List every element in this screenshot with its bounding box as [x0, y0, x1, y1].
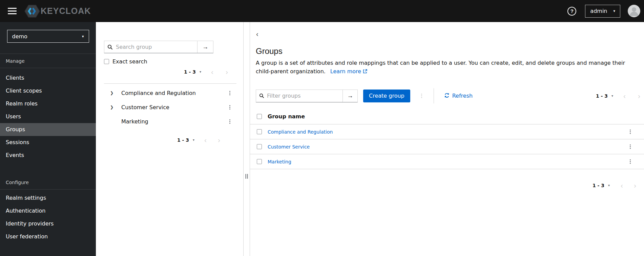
search-submit-button[interactable]: → — [197, 41, 213, 53]
filter-submit-button[interactable]: → — [342, 90, 357, 102]
pagination-range: 1 - 3 — [593, 183, 604, 188]
expand-chevron-icon[interactable]: ❯ — [109, 105, 114, 110]
realm-name: demo — [12, 33, 27, 40]
exact-search-label[interactable]: Exact search — [112, 58, 147, 65]
sidebar-item-users[interactable]: Users — [0, 110, 96, 123]
pagination-prev-button[interactable]: ‹ — [204, 136, 207, 143]
pagination-range-dropdown[interactable]: 1 - 3 ▾ — [593, 183, 610, 188]
pagination-next-button[interactable]: › — [226, 68, 228, 75]
user-menu-dropdown[interactable]: admin ▾ — [585, 5, 620, 18]
pagination-range: 1 - 3 — [596, 93, 608, 99]
group-tree-label[interactable]: Marketing — [121, 118, 148, 125]
group-tree-label[interactable]: Customer Service — [121, 104, 169, 111]
sidebar-item-authentication[interactable]: Authentication — [0, 204, 96, 217]
sidebar-item-identity-providers[interactable]: Identity providers — [0, 217, 96, 230]
external-link-icon — [363, 67, 367, 76]
refresh-icon — [444, 93, 450, 99]
avatar[interactable] — [628, 5, 640, 17]
pagination-range: 1 - 3 — [177, 137, 189, 143]
collapse-drawer-icon[interactable]: ‹ — [255, 31, 260, 37]
pagination-next-button[interactable]: › — [634, 182, 636, 189]
row-checkbox[interactable] — [257, 144, 262, 149]
table-pagination-bottom: 1 - 3 ▾ ‹ › — [250, 182, 636, 189]
expand-chevron-icon[interactable]: ❯ — [109, 91, 114, 95]
keycloak-logo-icon — [24, 4, 40, 18]
chevron-down-icon: ▾ — [611, 94, 613, 98]
table-header-row: Group name — [250, 109, 644, 124]
group-link[interactable]: Marketing — [268, 159, 291, 164]
row-kebab-menu-icon[interactable] — [628, 158, 633, 165]
learn-more-link[interactable]: Learn more — [330, 68, 367, 75]
brand-title: KEYCLOAK — [41, 6, 91, 16]
pagination-prev-button[interactable]: ‹ — [211, 68, 213, 75]
pagination-next-button[interactable]: › — [638, 92, 640, 99]
sidebar-nav: demo ▾ Manage Clients Client scopes Real… — [0, 22, 96, 256]
username: admin — [590, 8, 607, 14]
table-row: Marketing — [250, 154, 644, 169]
search-group-input[interactable] — [116, 41, 197, 53]
divider — [434, 88, 434, 103]
pagination-range-dropdown[interactable]: 1 - 3 ▾ — [596, 93, 613, 99]
panel-resize-handle[interactable] — [243, 22, 250, 256]
row-kebab-menu-icon[interactable] — [628, 128, 633, 135]
sidebar-item-events[interactable]: Events — [0, 149, 96, 162]
pagination-prev-button[interactable]: ‹ — [623, 92, 626, 99]
column-header-group-name: Group name — [268, 113, 305, 120]
help-icon[interactable]: ? — [567, 7, 576, 16]
tree-item: ❯ Compliance and Regulation — [96, 86, 243, 100]
row-checkbox[interactable] — [257, 159, 262, 164]
groups-table: Group name Compliance and Regulation Cus… — [250, 109, 644, 169]
toolbar-kebab-menu-icon[interactable] — [419, 92, 424, 99]
pagination-range-dropdown[interactable]: 1 - 3 ▾ — [184, 69, 201, 75]
filter-groups-input[interactable] — [267, 90, 342, 102]
group-link[interactable]: Compliance and Regulation — [268, 129, 333, 135]
keycloak-logo: KEYCLOAK — [24, 4, 91, 18]
groups-toolbar: → Create group Refresh 1 - 3 ▾ ‹ › — [250, 88, 644, 103]
kebab-menu-icon[interactable] — [227, 118, 232, 125]
sidebar-item-realm-roles[interactable]: Realm roles — [0, 97, 96, 110]
create-group-button[interactable]: Create group — [363, 90, 410, 102]
group-search-bar: → — [104, 41, 213, 53]
sidebar-item-client-scopes[interactable]: Client scopes — [0, 84, 96, 97]
exact-search-row: Exact search — [104, 58, 243, 65]
pagination-prev-button[interactable]: ‹ — [621, 182, 623, 189]
page-header: Groups A group is a set of attributes an… — [250, 38, 644, 76]
sidebar-item-groups[interactable]: Groups — [0, 123, 96, 136]
chevron-down-icon: ▾ — [193, 138, 194, 142]
arrow-right-icon: → — [202, 43, 208, 50]
search-icon — [104, 41, 116, 53]
sidebar-item-user-federation[interactable]: User federation — [0, 230, 96, 243]
tree-item: ❯ Customer Service — [96, 100, 243, 114]
pagination-range-dropdown[interactable]: 1 - 3 ▾ — [177, 137, 194, 143]
refresh-button[interactable]: Refresh — [444, 93, 473, 99]
filter-groups-bar: → — [256, 90, 358, 102]
row-kebab-menu-icon[interactable] — [628, 143, 633, 150]
sidebar-item-clients[interactable]: Clients — [0, 72, 96, 84]
drag-grip-icon[interactable] — [246, 174, 248, 179]
nav-group-configure: Realm settings Authentication Identity p… — [0, 190, 96, 243]
kebab-menu-icon[interactable] — [227, 90, 232, 97]
pagination-next-button[interactable]: › — [218, 136, 220, 143]
chevron-down-icon: ▾ — [608, 183, 610, 187]
chevron-down-icon: ▾ — [82, 34, 84, 39]
sidebar-item-sessions[interactable]: Sessions — [0, 136, 96, 149]
group-tree: ❯ Compliance and Regulation ❯ Customer S… — [96, 86, 243, 129]
tree-pagination-top: 1 - 3 ▾ ‹ › — [96, 68, 228, 75]
tree-pagination-bottom: 1 - 3 ▾ ‹ › — [96, 136, 220, 143]
chevron-down-icon: ▾ — [200, 70, 201, 74]
kebab-menu-icon[interactable] — [227, 104, 232, 111]
description-text: A group is a set of attributes and role … — [256, 60, 625, 75]
select-all-checkbox[interactable] — [257, 114, 262, 119]
chevron-down-icon: ▾ — [613, 9, 615, 13]
page-title: Groups — [256, 46, 638, 56]
exact-search-checkbox[interactable] — [104, 59, 109, 64]
nav-section-label-configure: Configure — [0, 175, 96, 189]
sidebar-item-realm-settings[interactable]: Realm settings — [0, 192, 96, 204]
group-link[interactable]: Customer Service — [268, 144, 310, 150]
realm-selector[interactable]: demo ▾ — [7, 30, 89, 43]
nav-section-label-manage: Manage — [0, 54, 96, 68]
row-checkbox[interactable] — [257, 129, 262, 134]
masthead: KEYCLOAK ? admin ▾ — [0, 0, 644, 22]
group-tree-label[interactable]: Compliance and Regulation — [121, 90, 196, 96]
hamburger-menu-icon[interactable] — [0, 0, 24, 22]
